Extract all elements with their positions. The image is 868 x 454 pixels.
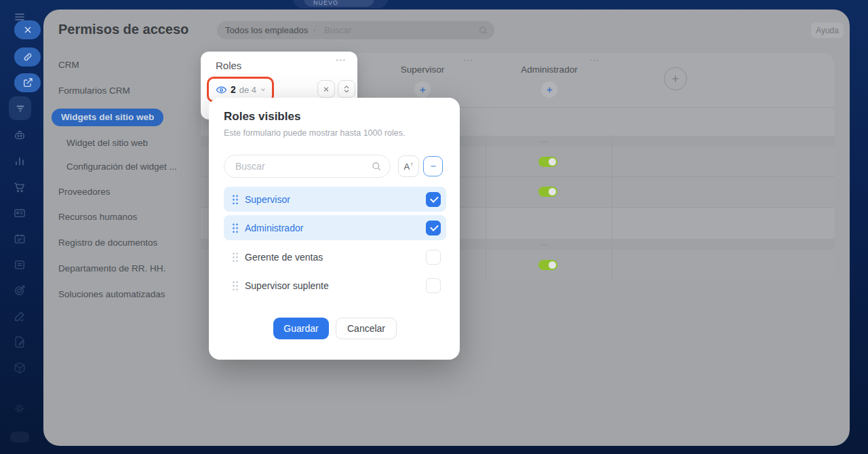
expand-rows-button[interactable] [338, 80, 355, 98]
visible-count: 2 [231, 84, 236, 95]
add-role-button[interactable] [664, 67, 687, 90]
sort-alphabetical-button[interactable]: A↑ [398, 155, 419, 177]
role-label: Supervisor [245, 194, 290, 205]
pencil-icon[interactable] [13, 309, 26, 323]
sidebar-item-configuracion-widget[interactable]: Configuración del widget ... [66, 162, 177, 172]
column-divider [486, 136, 486, 281]
target-icon[interactable] [13, 284, 26, 297]
top-search-input[interactable] [323, 21, 469, 39]
main-card: Permisos de acceso Todos los empleados A… [43, 10, 850, 446]
minus-icon [429, 162, 437, 170]
rail-footer-shape [10, 432, 29, 442]
sidebar-item-proveedores[interactable]: Proveedores [58, 187, 111, 197]
chart-icon[interactable] [13, 154, 26, 168]
add-permission-button[interactable] [541, 81, 557, 98]
role-list-item[interactable]: Supervisor [224, 187, 446, 212]
gear-icon[interactable] [13, 402, 26, 415]
app-window: NUEVO [0, 0, 868, 454]
sidebar-item-recursos-humanos[interactable]: Recursos humanos [58, 212, 137, 222]
chevron-down-icon [260, 86, 267, 93]
top-search [315, 21, 494, 39]
role-checkbox[interactable] [426, 278, 441, 293]
row-menu-icon[interactable]: ••• [540, 242, 549, 248]
document-edit-icon[interactable] [13, 335, 26, 349]
column-header-administrador: Administrador [521, 64, 577, 75]
column-header-supervisor: Supervisor [401, 64, 445, 75]
drag-handle-icon[interactable] [232, 280, 238, 290]
page-title: Permisos de acceso [58, 22, 189, 37]
cart-icon[interactable] [13, 181, 26, 194]
column-menu-icon[interactable]: ••• [590, 57, 599, 63]
permission-toggle[interactable] [538, 157, 557, 167]
sidebar-item-registro-documentos[interactable]: Registro de documentos [58, 238, 157, 248]
role-label: Gerente de ventas [245, 252, 323, 263]
add-permission-button[interactable] [414, 81, 431, 98]
role-checkbox[interactable] [426, 221, 441, 235]
employee-filter-label: Todos los empleados [225, 25, 308, 35]
role-list-item[interactable]: Supervisor suplente [224, 273, 446, 298]
permission-toggle[interactable] [538, 187, 557, 197]
roles-label: Roles [216, 60, 241, 71]
help-button[interactable]: Ayuda [811, 22, 844, 38]
sidebar-item-crm[interactable]: CRM [58, 60, 79, 70]
role-checkbox[interactable] [426, 250, 441, 265]
row-menu-icon[interactable]: ••• [540, 138, 549, 145]
link-icon[interactable] [14, 48, 41, 67]
collapse-rows-button[interactable] [317, 80, 335, 98]
cube-icon[interactable] [13, 361, 26, 375]
modal-search-input[interactable] [234, 155, 366, 177]
cancel-button[interactable]: Cancelar [336, 318, 397, 339]
close-button[interactable] [14, 20, 41, 39]
archive-icon[interactable] [13, 258, 26, 271]
sidebar-item-widget-sitio[interactable]: Widget del sitio web [66, 138, 148, 148]
search-icon [478, 25, 488, 35]
visible-roles-modal: Roles visibles Este formulario puede mos… [209, 98, 460, 360]
bot-icon[interactable] [13, 128, 26, 142]
calendar-tasks-icon[interactable] [13, 232, 26, 246]
roles-menu-icon[interactable]: ••• [336, 57, 347, 64]
modal-search [224, 155, 391, 178]
role-label: Supervisor suplente [245, 280, 329, 291]
filter-icon[interactable] [9, 96, 31, 120]
role-list-item[interactable]: Gerente de ventas [224, 244, 446, 269]
open-in-new-icon[interactable] [14, 73, 41, 92]
modal-title: Roles visibles [224, 110, 300, 124]
sidebar-item-widgets-active[interactable]: Widgets del sitio web [52, 109, 163, 126]
visible-roles-selector[interactable]: 2 de 4 [212, 81, 271, 98]
save-button[interactable]: Guardar [273, 318, 329, 339]
drag-handle-icon[interactable] [232, 194, 238, 204]
sort-arrow-icon: ↑ [410, 161, 414, 168]
sidebar-item-soluciones-automatizadas[interactable]: Soluciones automatizadas [58, 289, 165, 299]
role-label: Administrador [245, 223, 303, 233]
employee-filter-dropdown[interactable]: Todos los empleados [217, 21, 327, 39]
left-rail [0, 0, 43, 454]
role-checkbox[interactable] [426, 192, 441, 207]
permission-toggle[interactable] [538, 260, 557, 270]
drag-handle-icon[interactable] [232, 252, 238, 262]
new-badge[interactable]: NUEVO [304, 0, 374, 7]
id-card-icon[interactable] [13, 206, 26, 220]
drag-handle-icon[interactable] [232, 223, 238, 233]
sort-letter: A [403, 162, 410, 172]
role-list-item[interactable]: Administrador [224, 215, 446, 240]
column-divider [612, 136, 612, 281]
modal-subtitle: Este formulario puede mostrar hasta 1000… [224, 128, 406, 138]
search-icon [371, 161, 382, 172]
deselect-all-button[interactable] [423, 156, 443, 176]
sidebar-item-departamento-rrhh[interactable]: Departamento de RR. HH. [58, 263, 165, 273]
eye-icon [216, 84, 227, 96]
sidebar-item-formularios-crm[interactable]: Formularios CRM [58, 86, 130, 96]
column-menu-icon[interactable]: ••• [464, 57, 473, 63]
total-count: de 4 [239, 85, 256, 95]
